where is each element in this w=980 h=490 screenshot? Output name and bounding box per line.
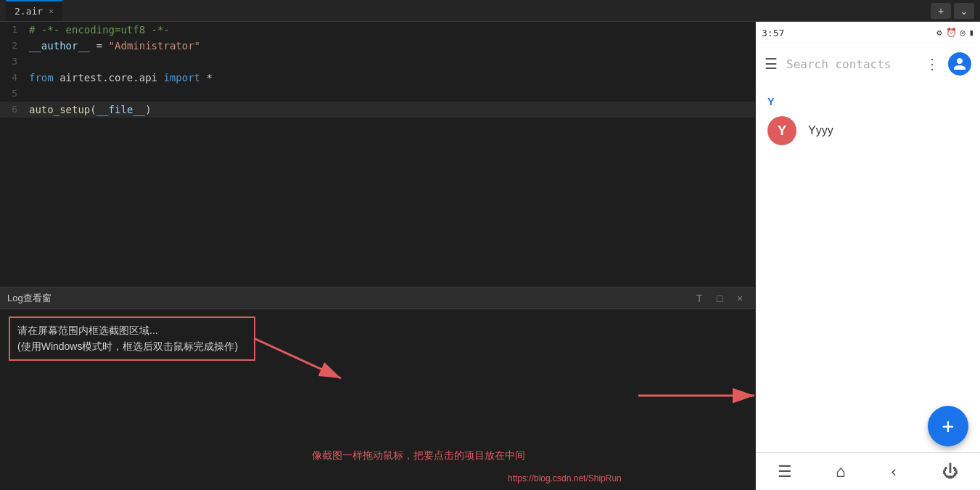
nav-power-icon[interactable]: ⏻	[942, 462, 958, 481]
line-content-2: __author__ = "Administrator"	[29, 38, 200, 54]
line-content-1: # -*- encoding=utf8 -*-	[29, 22, 170, 38]
code-area[interactable]: 1 # -*- encoding=utf8 -*- 2 __author__ =…	[0, 22, 755, 287]
add-button[interactable]: +	[931, 3, 951, 19]
contact-avatar-yyyy: Y	[767, 116, 796, 145]
settings-icon: ⚙	[936, 28, 942, 38]
tab-label: 2.air	[15, 6, 43, 17]
log-header-actions: T □ ×	[691, 290, 748, 306]
contact-item-yyyy[interactable]: Y Yyyy	[756, 110, 980, 151]
chevron-button[interactable]: ⌄	[954, 3, 974, 19]
code-line-2: 2 __author__ = "Administrator"	[0, 38, 755, 54]
signal-icon: ◎	[960, 28, 965, 38]
fab-add-button[interactable]: +	[928, 406, 968, 446]
log-close-button[interactable]: ×	[732, 290, 748, 306]
svg-line-1	[254, 338, 341, 378]
line-number-3: 3	[0, 54, 29, 70]
nav-home-icon[interactable]: ⌂	[836, 462, 845, 481]
active-tab[interactable]: 2.air ×	[6, 0, 62, 21]
top-right-buttons: + ⌄	[931, 3, 974, 19]
alarm-icon: ⏰	[946, 28, 957, 38]
phone-toolbar: ☰ Search contacts ⋮	[756, 44, 980, 84]
line-number-1: 1	[0, 22, 29, 38]
watermark: https://blog.csdn.net/ShipRun	[508, 470, 622, 484]
log-instruction-line1: 请在屏幕范围内框选截图区域...	[17, 322, 247, 338]
account-avatar[interactable]	[948, 52, 971, 75]
line-number-4: 4	[0, 70, 29, 86]
watermark-text: https://blog.csdn.net/ShipRun	[508, 473, 622, 483]
status-time: 3:57	[762, 28, 784, 38]
log-header: Log查看窗 T □ ×	[0, 287, 755, 309]
log-filter-button[interactable]: T	[691, 290, 707, 306]
phone-panel: 3:57 ⚙ ⏰ ◎ ▮ ☰ Search contacts ⋮	[755, 22, 980, 490]
code-line-3: 3	[0, 54, 755, 70]
caption-text: 像截图一样拖动鼠标，把要点击的项目放在中间	[312, 449, 525, 461]
phone-bottom-nav: ☰ ⌂ ‹ ⏻	[756, 452, 980, 490]
section-label-y: Y	[756, 90, 980, 110]
nav-back-icon[interactable]: ‹	[889, 462, 899, 481]
log-title: Log查看窗	[7, 292, 52, 305]
search-field[interactable]: Search contacts	[786, 57, 916, 71]
fab-plus-icon: +	[942, 415, 955, 438]
code-line-5: 5	[0, 86, 755, 102]
line-content-4: from airtest.core.api import *	[29, 70, 213, 86]
phone-status-bar: 3:57 ⚙ ⏰ ◎ ▮	[756, 22, 980, 44]
more-options-icon[interactable]: ⋮	[925, 55, 939, 73]
code-line-6: 6 auto_setup(__file__)	[0, 102, 755, 118]
line-content-3	[29, 54, 35, 70]
log-instruction-box: 请在屏幕范围内框选截图区域... (使用Windows模式时，框选后双击鼠标完成…	[9, 317, 255, 361]
status-icons: ⚙ ⏰ ◎ ▮	[936, 28, 974, 38]
editor-section: 1 # -*- encoding=utf8 -*- 2 __author__ =…	[0, 22, 755, 490]
log-arrow	[247, 331, 363, 389]
tab-close-button[interactable]: ×	[49, 7, 54, 16]
log-expand-button[interactable]: □	[712, 290, 728, 306]
battery-icon: ▮	[969, 28, 974, 38]
code-line-4: 4 from airtest.core.api import *	[0, 70, 755, 86]
line-content-6: auto_setup(__file__)	[29, 102, 152, 118]
line-number-5: 5	[0, 86, 29, 102]
line-number-6: 6	[0, 102, 29, 118]
log-instruction-line2: (使用Windows模式时，框选后双击鼠标完成操作)	[17, 338, 247, 354]
hamburger-icon[interactable]: ☰	[765, 55, 778, 73]
line-content-5	[29, 86, 35, 102]
nav-menu-icon[interactable]: ☰	[778, 462, 792, 481]
right-arrow	[631, 374, 776, 417]
line-number-2: 2	[0, 38, 29, 54]
contact-name-yyyy: Yyyy	[808, 124, 833, 137]
bottom-caption: 像截图一样拖动鼠标，把要点击的项目放在中间	[312, 448, 525, 462]
contacts-list: Y Y Yyyy	[756, 84, 980, 452]
tab-bar: 2.air × + ⌄	[0, 0, 980, 22]
code-line-1: 1 # -*- encoding=utf8 -*-	[0, 22, 755, 38]
